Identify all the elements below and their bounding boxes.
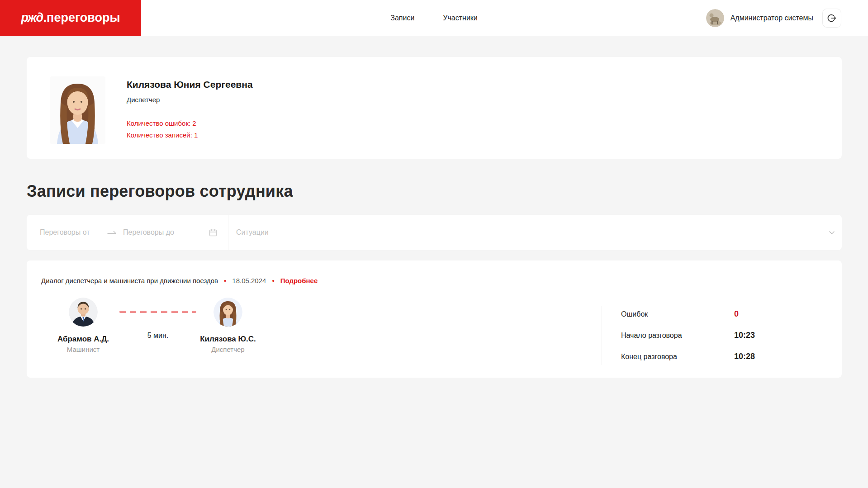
date-to-input[interactable] (123, 228, 190, 237)
stat-label: Ошибок (621, 310, 734, 318)
logo-suffix: .переговоры (43, 11, 120, 25)
user-avatar-image (706, 9, 724, 27)
profile-records-count: Количество записей: 1 (127, 131, 253, 139)
bullet-separator: • (272, 277, 274, 284)
user-avatar (706, 9, 724, 27)
logout-icon (827, 14, 836, 23)
main-nav: Записи Участники (390, 0, 478, 36)
profile-photo (50, 76, 105, 144)
call-connector: 5 мин. (119, 298, 196, 340)
page: ржд.переговоры Записи Участники Админист… (0, 0, 868, 488)
stat-value: 0 (734, 309, 739, 319)
app-logo[interactable]: ржд.переговоры (0, 0, 141, 36)
record-title: Диалог диспетчера и машиниста при движен… (41, 277, 218, 284)
record-header: Диалог диспетчера и машиниста при движен… (41, 277, 842, 284)
bullet-separator: • (224, 277, 226, 284)
profile-info: Килязова Юния Сергеевна Диспетчер Количе… (127, 76, 253, 159)
situations-select[interactable]: Ситуации (228, 215, 842, 250)
driver-name: Абрамов А.Д. (57, 335, 109, 344)
record-body: Абрамов А.Д. Машинист 5 мин. (41, 298, 842, 353)
record-date: 18.05.2024 (232, 277, 266, 284)
stat-value: 10:23 (734, 331, 755, 340)
participant-dispatcher: Килязова Ю.С. Диспетчер (196, 298, 260, 353)
call-duration: 5 мин. (147, 332, 169, 340)
dashed-call-line (119, 311, 196, 313)
stat-label: Начало разговора (621, 332, 734, 340)
user-name: Администратор системы (730, 14, 813, 22)
main-content: Килязова Юния Сергеевна Диспетчер Количе… (0, 57, 868, 378)
stat-call-start: Начало разговора 10:23 (621, 331, 796, 340)
stat-label: Конец разговора (621, 353, 734, 361)
details-link[interactable]: Подробнее (280, 277, 318, 284)
stat-call-end: Конец разговора 10:28 (621, 352, 796, 361)
app-header: ржд.переговоры Записи Участники Админист… (0, 0, 868, 36)
record-stats: Ошибок 0 Начало разговора 10:23 Конец ра… (602, 306, 796, 365)
dispatcher-name: Килязова Ю.С. (200, 335, 256, 344)
logo-brand: ржд (21, 11, 43, 25)
date-range-picker[interactable] (27, 215, 228, 250)
situations-placeholder: Ситуации (236, 228, 828, 237)
profile-role: Диспетчер (127, 96, 253, 104)
profile-name: Килязова Юния Сергеевна (127, 79, 253, 90)
stat-errors: Ошибок 0 (621, 309, 796, 319)
driver-avatar (69, 298, 98, 327)
record-card: Диалог диспетчера и машиниста при движен… (27, 261, 842, 378)
page-title: Записи переговоров сотрудника (27, 182, 842, 201)
nav-records[interactable]: Записи (390, 14, 414, 22)
user-area: Администратор системы (706, 9, 868, 28)
profile-errors-count: Количество ошибок: 2 (127, 119, 253, 127)
chevron-down-icon (828, 228, 836, 237)
stat-value: 10:28 (734, 352, 755, 361)
driver-role: Машинист (67, 346, 100, 353)
filter-bar: Ситуации (27, 215, 842, 250)
dispatcher-role: Диспетчер (211, 346, 244, 353)
logout-button[interactable] (822, 9, 841, 28)
dispatcher-avatar (213, 298, 242, 327)
swap-right-icon (107, 230, 118, 235)
nav-participants[interactable]: Участники (443, 14, 477, 22)
profile-card: Килязова Юния Сергеевна Диспетчер Количе… (27, 57, 842, 159)
date-from-input[interactable] (40, 228, 107, 237)
calendar-icon (209, 228, 217, 237)
participant-driver: Абрамов А.Д. Машинист (47, 298, 119, 353)
